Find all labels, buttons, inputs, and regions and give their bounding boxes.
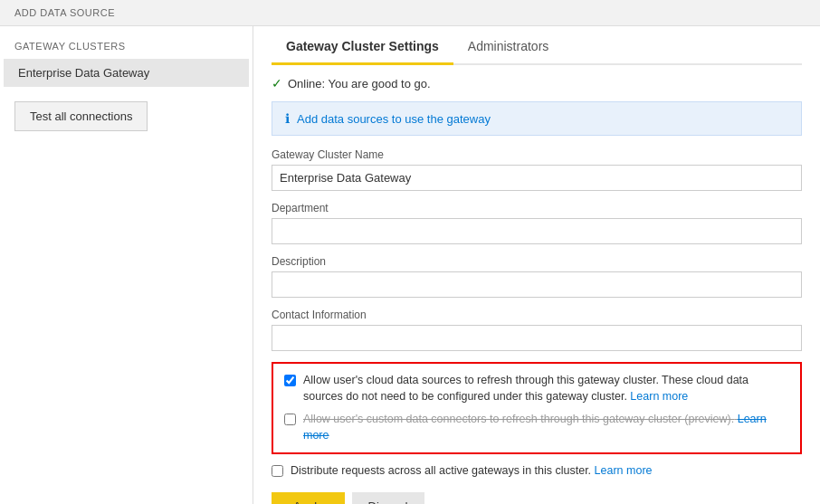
top-bar: ADD DATA SOURCE bbox=[0, 0, 820, 26]
checkbox-label-cloud-data-sources: Allow user's cloud data sources to refre… bbox=[303, 373, 789, 404]
info-banner: ℹ Add data sources to use the gateway bbox=[272, 101, 802, 136]
action-bar: Apply Discard bbox=[272, 492, 802, 505]
add-data-sources-link[interactable]: Add data sources to use the gateway bbox=[297, 112, 491, 126]
sidebar: GATEWAY CLUSTERS Enterprise Data Gateway… bbox=[0, 26, 253, 504]
status-checkmark: ✓ bbox=[272, 76, 282, 90]
content-area: Gateway Cluster Settings Administrators … bbox=[253, 26, 820, 504]
field-group-cluster-name: Gateway Cluster Name bbox=[272, 148, 802, 191]
test-all-connections-button[interactable]: Test all connections bbox=[14, 101, 148, 131]
field-input-cluster-name[interactable] bbox=[272, 165, 802, 191]
checkbox-row-distribute: Distribute requests across all active ga… bbox=[272, 463, 802, 480]
checkbox-label-distribute: Distribute requests across all active ga… bbox=[291, 463, 653, 480]
sidebar-section-title: GATEWAY CLUSTERS bbox=[0, 41, 253, 59]
tabs: Gateway Cluster Settings Administrators bbox=[272, 26, 802, 65]
discard-button[interactable]: Discard bbox=[352, 492, 424, 505]
learn-more-link-cloud[interactable]: Learn more bbox=[630, 390, 688, 403]
field-input-description[interactable] bbox=[272, 271, 802, 298]
field-group-description: Description bbox=[272, 255, 802, 298]
status-text: Online: You are good to go. bbox=[288, 77, 431, 90]
sidebar-item-enterprise-data-gateway[interactable]: Enterprise Data Gateway bbox=[4, 59, 249, 87]
status-bar: ✓ Online: You are good to go. bbox=[272, 76, 802, 90]
checkbox-row-cloud-data-sources: Allow user's cloud data sources to refre… bbox=[284, 373, 789, 404]
checkbox-row-custom-connectors: Allow user's custom data connectors to r… bbox=[284, 412, 789, 443]
field-label-department: Department bbox=[272, 202, 802, 214]
tab-gateway-cluster-settings[interactable]: Gateway Cluster Settings bbox=[272, 26, 453, 65]
field-label-cluster-name: Gateway Cluster Name bbox=[272, 148, 802, 161]
field-input-department[interactable] bbox=[272, 218, 802, 244]
tab-administrators[interactable]: Administrators bbox=[453, 26, 563, 65]
learn-more-link-distribute[interactable]: Learn more bbox=[595, 464, 653, 477]
highlighted-checkbox-section: Allow user's cloud data sources to refre… bbox=[272, 362, 802, 454]
checkbox-custom-connectors[interactable] bbox=[284, 414, 296, 425]
field-input-contact-info[interactable] bbox=[272, 325, 802, 351]
checkbox-cloud-data-sources[interactable] bbox=[284, 375, 296, 386]
top-bar-title: ADD DATA SOURCE bbox=[14, 7, 115, 18]
field-label-contact-info: Contact Information bbox=[272, 309, 802, 321]
info-icon: ℹ bbox=[285, 111, 290, 126]
field-label-description: Description bbox=[272, 255, 802, 268]
apply-button[interactable]: Apply bbox=[272, 492, 345, 505]
field-group-department: Department bbox=[272, 202, 802, 244]
main-layout: GATEWAY CLUSTERS Enterprise Data Gateway… bbox=[0, 26, 820, 504]
checkbox-distribute-requests[interactable] bbox=[272, 465, 283, 477]
checkbox-label-custom-connectors: Allow user's custom data connectors to r… bbox=[303, 412, 789, 443]
sidebar-item-label: Enterprise Data Gateway bbox=[18, 66, 149, 80]
field-group-contact-info: Contact Information bbox=[272, 309, 802, 351]
